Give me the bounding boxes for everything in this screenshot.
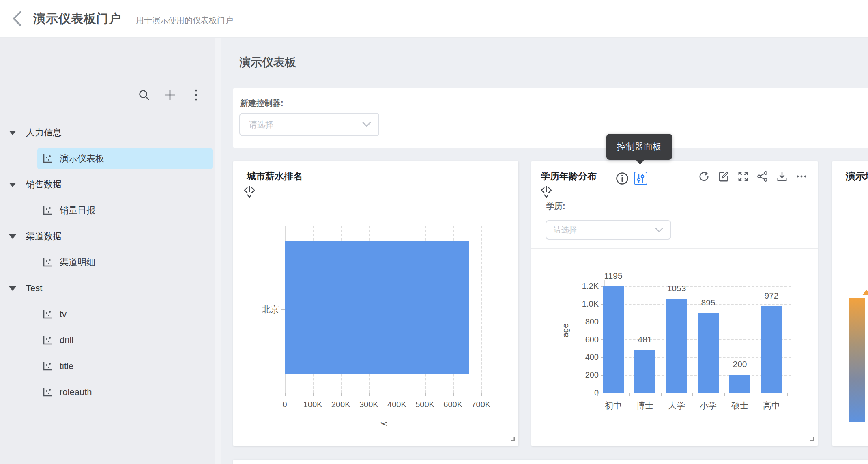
caret-down-icon[interactable] — [9, 234, 16, 239]
bar-3[interactable] — [698, 313, 719, 393]
share-icon[interactable] — [757, 171, 768, 182]
chevron-down-icon — [655, 228, 663, 233]
axis-tick — [481, 393, 482, 396]
y-tick-label: 1.2K — [582, 281, 599, 291]
axis-tick — [369, 393, 370, 396]
tree-item-8[interactable]: drill — [0, 327, 216, 353]
tree-group-2[interactable]: 销售数据 — [0, 172, 216, 198]
search-icon[interactable] — [135, 86, 153, 104]
fullscreen-icon[interactable] — [737, 171, 749, 182]
bar-4[interactable] — [729, 375, 750, 393]
tree-item-label: roleauth — [60, 387, 92, 397]
info-icon[interactable] — [616, 172, 629, 187]
y-tick-label: 800 — [585, 317, 599, 326]
category-label: 初中 — [605, 400, 622, 411]
plus-icon[interactable] — [161, 86, 179, 104]
card-education-age: 学历年龄分布 学历: 请选择 02004006008001.0K1.2Kage1… — [531, 161, 818, 446]
back-button[interactable] — [9, 9, 25, 28]
axis-tick — [313, 393, 314, 396]
tree-item-label: 人力信息 — [26, 127, 62, 139]
bar-value-label: 895 — [701, 298, 715, 307]
tree-item-label: Test — [26, 283, 42, 294]
kebab-menu-icon[interactable] — [187, 86, 205, 104]
card-partial-bottom — [233, 460, 868, 464]
card-demo-map: 演示地图 — [832, 161, 868, 446]
tree-item-label: drill — [60, 335, 73, 346]
legend-marker-icon — [862, 290, 868, 295]
tree-item-1[interactable]: 演示仪表板 — [0, 146, 216, 172]
tree-group-4[interactable]: 渠道数据 — [0, 223, 216, 249]
axis-tick — [661, 393, 662, 396]
new-controller-label: 新建控制器: — [240, 98, 284, 109]
y-tick-label: 600 — [585, 335, 599, 344]
portal-title: 演示仪表板门户 — [33, 11, 121, 27]
drill-icon[interactable] — [244, 185, 255, 200]
category-label: 大学 — [668, 400, 685, 411]
x-tick-label: 0 — [282, 400, 287, 409]
x-tick-label: 400K — [387, 400, 406, 409]
new-controller-select[interactable]: 请选择 — [239, 113, 379, 136]
axis-tick — [787, 393, 788, 396]
tree-item-5[interactable]: 渠道明细 — [0, 249, 216, 275]
tree-item-label: 渠道明细 — [60, 256, 95, 269]
axis-tick — [425, 393, 426, 396]
page-title: 演示仪表板 — [239, 55, 296, 70]
y-axis-title: age — [561, 323, 570, 337]
caret-down-icon[interactable] — [9, 286, 16, 291]
tooltip-arrow — [635, 159, 645, 165]
x-axis — [601, 393, 794, 393]
category-label: 小学 — [700, 400, 717, 411]
category-label: 博士 — [636, 400, 653, 411]
edit-icon[interactable] — [718, 171, 729, 182]
chart-icon — [42, 387, 53, 398]
download-icon[interactable] — [776, 171, 788, 182]
resize-handle-icon[interactable] — [509, 436, 515, 443]
tree-item-label: tv — [60, 309, 67, 320]
portal-subtitle: 用于演示使用的仪表板门户 — [136, 12, 233, 26]
category-label: 硕士 — [731, 400, 748, 411]
tree-item-label: title — [60, 361, 73, 372]
more-icon[interactable] — [796, 171, 807, 182]
chart-icon — [42, 257, 53, 268]
y-tick-label: 200 — [585, 370, 599, 380]
refresh-icon[interactable] — [698, 171, 710, 182]
education-filter-select[interactable]: 请选择 — [546, 220, 671, 240]
tree-item-7[interactable]: tv — [0, 301, 216, 327]
axis-tick — [397, 393, 397, 396]
bar-2[interactable] — [666, 299, 687, 393]
chart-icon — [42, 205, 53, 216]
axis-tick — [341, 393, 342, 396]
bar-0[interactable] — [603, 286, 624, 393]
tooltip: 控制器面板 — [606, 134, 672, 160]
bar-beijing[interactable] — [285, 241, 469, 374]
drill-icon[interactable] — [541, 185, 552, 200]
resize-handle-icon[interactable] — [809, 436, 814, 443]
gridline — [481, 226, 482, 393]
gridline — [604, 286, 791, 287]
chart-icon — [42, 361, 53, 372]
bar-5[interactable] — [761, 306, 782, 393]
caret-down-icon[interactable] — [9, 131, 16, 135]
tree-group-6[interactable]: Test — [0, 275, 216, 301]
chart-title: 学历年龄分布 — [541, 170, 597, 183]
x-tick-label: 300K — [359, 400, 378, 409]
tree-item-9[interactable]: title — [0, 353, 216, 379]
axis-tick — [756, 393, 756, 396]
y-tick-label: 1.0K — [582, 299, 599, 309]
tree-item-10[interactable]: roleauth — [0, 379, 216, 405]
filter-sliders-icon[interactable] — [634, 172, 647, 185]
bar-value-label: 1053 — [667, 284, 686, 293]
axis-tick — [692, 393, 693, 396]
tree-item-label: 渠道数据 — [26, 230, 62, 243]
tree-group-0[interactable]: 人力信息 — [0, 120, 216, 146]
tree-item-3[interactable]: 销量日报 — [0, 198, 216, 223]
sidebar: 人力信息演示仪表板销售数据销量日报渠道数据渠道明细Testtvdrilltitl… — [0, 37, 221, 464]
axis-tick — [285, 393, 286, 396]
caret-down-icon[interactable] — [9, 183, 16, 187]
chart-icon — [42, 309, 53, 320]
bar-1[interactable] — [634, 350, 655, 393]
x-tick-label: 500K — [415, 400, 434, 409]
bar-value-label: 200 — [733, 359, 747, 369]
chart-icon — [42, 153, 53, 164]
tree-item-label: 销售数据 — [26, 178, 62, 191]
